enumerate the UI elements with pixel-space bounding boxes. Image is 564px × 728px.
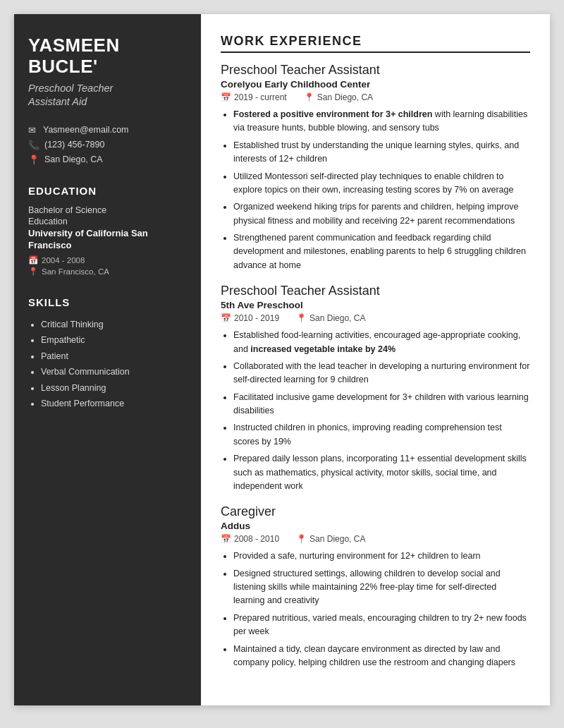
candidate-title: Preschool TeacherAssistant Aid: [28, 82, 187, 109]
bullet-3-2: Designed structured settings, allowing c…: [233, 567, 530, 608]
job-meta-3: 📅 2008 - 2010 📍 San Diego, CA: [221, 534, 530, 544]
bullet-2-5: Prepared daily lesson plans, incorporati…: [233, 452, 530, 493]
job-block-1: Preschool Teacher Assistant Corelyou Ear…: [221, 63, 530, 272]
job-block-2: Preschool Teacher Assistant 5th Ave Pres…: [221, 284, 530, 493]
email-text: Yasmeen@email.com: [43, 125, 129, 135]
candidate-name: YASMEENBUCLE': [28, 35, 187, 78]
calendar-icon-3: 📅: [221, 534, 231, 544]
location-item: 📍 San Diego, CA: [28, 154, 187, 165]
job-location-1: 📍 San Diego, CA: [304, 92, 373, 102]
location-icon-2: 📍: [296, 313, 307, 323]
skills-list: Critical Thinking Empathetic Patient Ver…: [28, 317, 187, 412]
edu-field: Education: [28, 217, 187, 226]
education-section: EDUCATION Bachelor of Science Education …: [28, 185, 187, 277]
bullet-list-1: Fostered a positive environment for 3+ c…: [221, 108, 530, 272]
location-icon-1: 📍: [304, 92, 314, 102]
bullet-1-2: Established trust by understanding the u…: [233, 139, 530, 166]
bullet-2-4: Instructed children in phonics, improvin…: [233, 421, 530, 449]
education-title: EDUCATION: [28, 185, 187, 197]
edu-university: University of California San Francisco: [28, 228, 187, 252]
skill-item: Critical Thinking: [41, 317, 187, 333]
bullet-1-1: Fostered a positive environment for 3+ c…: [233, 108, 530, 135]
skill-item: Verbal Communication: [41, 364, 187, 380]
job-block-3: Caregiver Addus 📅 2008 - 2010 📍 San Dieg…: [221, 504, 530, 669]
location-text: San Diego, CA: [44, 154, 103, 164]
phone-item: 📞 (123) 456-7890: [28, 140, 187, 150]
company-3: Addus: [221, 521, 530, 531]
job-title-1: Preschool Teacher Assistant: [221, 63, 530, 78]
resume-container: YASMEENBUCLE' Preschool TeacherAssistant…: [14, 14, 550, 705]
company-1: Corelyou Early Childhood Center: [221, 79, 530, 90]
bullet-1-3: Utilized Montessori self-directed play t…: [233, 170, 530, 198]
bullet-1-4: Organized weekend hiking trips for paren…: [233, 200, 530, 228]
calendar-icon-2: 📅: [221, 313, 231, 323]
edu-city: 📍 San Francisco, CA: [28, 267, 187, 277]
job-years-1: 📅 2019 - current: [221, 92, 287, 102]
main-content: WORK EXPERIENCE Preschool Teacher Assist…: [201, 14, 550, 705]
phone-icon: 📞: [28, 140, 39, 150]
edu-degree: Bachelor of Science: [28, 205, 187, 215]
location-edu-icon: 📍: [28, 267, 38, 277]
job-meta-2: 📅 2010 - 2019 📍 San Diego, CA: [221, 313, 530, 323]
calendar-icon: 📅: [28, 255, 38, 265]
location-icon: 📍: [28, 154, 39, 165]
job-title-2: Preschool Teacher Assistant: [221, 284, 530, 298]
skills-section: SKILLS Critical Thinking Empathetic Pati…: [28, 296, 187, 412]
bullet-2-3: Facilitated inclusive game development f…: [233, 391, 530, 418]
bullet-list-3: Provided a safe, nurturing environment f…: [221, 550, 530, 669]
company-2: 5th Ave Preschool: [221, 300, 530, 310]
skills-title: SKILLS: [28, 296, 187, 308]
sidebar: YASMEENBUCLE' Preschool TeacherAssistant…: [14, 14, 201, 705]
bullet-1-5: Strengthened parent communication and fe…: [233, 231, 530, 272]
email-item: ✉ Yasmeen@email.com: [28, 125, 187, 135]
job-title-3: Caregiver: [221, 504, 530, 519]
bullet-3-4: Maintained a tidy, clean daycare environ…: [233, 643, 530, 670]
bullet-3-3: Prepared nutritious, varied meals, encou…: [233, 612, 530, 639]
skill-item: Empathetic: [41, 332, 187, 348]
job-location-3: 📍 San Diego, CA: [296, 534, 365, 544]
job-years-2: 📅 2010 - 2019: [221, 313, 279, 323]
bullet-2-2: Collaborated with the lead teacher in de…: [233, 360, 530, 387]
phone-text: (123) 456-7890: [44, 140, 104, 150]
bullet-3-1: Provided a safe, nurturing environment f…: [233, 550, 530, 563]
skill-item: Patient: [41, 348, 187, 365]
work-experience-title: WORK EXPERIENCE: [221, 34, 530, 53]
skill-item: Student Performance: [41, 396, 187, 412]
job-years-3: 📅 2008 - 2010: [221, 534, 279, 544]
location-icon-3: 📍: [296, 534, 307, 544]
email-icon: ✉: [28, 125, 38, 135]
edu-years: 📅 2004 - 2008: [28, 255, 187, 265]
calendar-icon-1: 📅: [221, 92, 231, 102]
contact-section: ✉ Yasmeen@email.com 📞 (123) 456-7890 📍 S…: [28, 125, 187, 165]
job-location-2: 📍 San Diego, CA: [296, 313, 365, 323]
bullet-list-2: Established food-learning activities, en…: [221, 329, 530, 493]
bullet-2-1: Established food-learning activities, en…: [233, 329, 530, 356]
job-meta-1: 📅 2019 - current 📍 San Diego, CA: [221, 92, 530, 102]
skill-item: Lesson Planning: [41, 380, 187, 396]
